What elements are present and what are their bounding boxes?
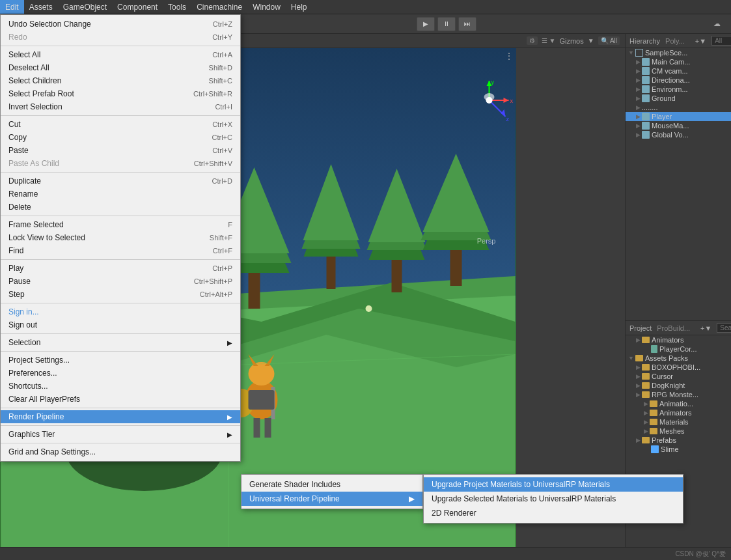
hierarchy-item[interactable]: ▶Environm... (626, 85, 731, 94)
urp-submenu: Upgrade Project Materials to UniversalRP… (423, 474, 683, 524)
menu-cinemachine[interactable]: Cinemachine (191, 0, 247, 14)
scene-options-btn[interactable]: ⋮ (504, 51, 514, 61)
gizmos-arrow: ▼ (588, 37, 594, 44)
menu-pasteaschild: Paste As Child Ctrl+Shift+V (1, 157, 240, 170)
menu-gameobject[interactable]: GameObject (58, 0, 112, 14)
hierarchy-add-btn[interactable]: +▼ (695, 37, 706, 45)
sep9 (1, 408, 240, 408)
menu-assets[interactable]: Assets (24, 0, 58, 14)
project-add-btn[interactable]: +▼ (700, 324, 711, 332)
menu-invertselection[interactable]: Invert Selection Ctrl+I (1, 100, 240, 113)
sep3 (1, 172, 240, 173)
svg-rect-45 (249, 390, 275, 410)
project-item[interactable]: ▶BOXOPHOBI... (626, 363, 731, 372)
menu-rename[interactable]: Rename (1, 188, 240, 201)
hierarchy-item[interactable]: ▶Global Vo... (626, 130, 731, 139)
hierarchy-title: Hierarchy (629, 37, 660, 45)
submenu-generateshader[interactable]: Generate Shader Includes (241, 477, 422, 492)
submenu-upgradeselected[interactable]: Upgrade Selected Materials to UniversalR… (424, 492, 683, 506)
hierarchy-panel: Hierarchy Poly... +▼ ▼SampleSce...▶Main … (625, 34, 731, 320)
project-item[interactable]: ▶Animators (626, 408, 731, 417)
menu-undo[interactable]: Undo Selection Change Ctrl+Z (1, 18, 240, 31)
project-item[interactable]: ▶RPG Monste... (626, 390, 731, 399)
menu-gridsnap[interactable]: Grid and Snap Settings... (1, 445, 240, 458)
menu-lockviewtoselected[interactable]: Lock View to Selected Shift+F (1, 231, 240, 244)
hierarchy-item[interactable]: ▶Ground (626, 94, 731, 103)
hierarchy-item[interactable]: ▶Player (626, 112, 731, 121)
menu-duplicate[interactable]: Duplicate Ctrl+D (1, 175, 240, 188)
menu-bar: Edit Assets GameObject Component Tools C… (0, 0, 731, 14)
svg-rect-44 (265, 418, 271, 438)
submenu-upgradeproject[interactable]: Upgrade Project Materials to UniversalRP… (424, 477, 683, 492)
svg-text:Persp: Persp (477, 237, 496, 245)
project-item[interactable]: ▶Prefabs (626, 436, 731, 445)
menu-selection[interactable]: Selection ▶ (1, 336, 240, 349)
menu-play[interactable]: Play Ctrl+P (1, 262, 240, 275)
play-btn[interactable]: ▶ (417, 17, 435, 31)
probuild-tab[interactable]: ProBuild... (657, 324, 690, 332)
project-item[interactable]: ▼Assets Packs (626, 354, 731, 363)
menu-component[interactable]: Component (112, 0, 163, 14)
step-btn[interactable]: ⏭ (458, 17, 476, 31)
project-item[interactable]: Slime (626, 445, 731, 454)
menu-paste[interactable]: Paste Ctrl+V (1, 144, 240, 157)
hierarchy-item[interactable]: ▼SampleSce... (626, 48, 731, 57)
sep6 (1, 303, 240, 303)
project-search[interactable] (717, 323, 731, 333)
menu-frameselected[interactable]: Frame Selected F (1, 218, 240, 231)
aspect-selector[interactable]: ☰ ▼ (542, 37, 556, 44)
menu-pause[interactable]: Pause Ctrl+Shift+P (1, 275, 240, 288)
menu-signin[interactable]: Sign in... (1, 305, 240, 318)
pause-btn[interactable]: ⏸ (437, 17, 456, 31)
project-header: Project ProBuild... +▼ (626, 321, 731, 335)
hierarchy-search[interactable] (711, 36, 731, 46)
hierarchy-header: Hierarchy Poly... +▼ (626, 34, 731, 48)
hierarchy-item[interactable]: ▶MouseMa... (626, 121, 731, 130)
render-pipeline-submenu: Generate Shader Includes Universal Rende… (241, 474, 423, 509)
project-item[interactable]: ▶Meshes (626, 427, 731, 436)
menu-preferences[interactable]: Preferences... (1, 367, 240, 380)
status-bar: CSDN @俊' Q*爱 (0, 547, 731, 560)
project-item[interactable]: PlayerCor... (626, 344, 731, 354)
project-item[interactable]: ▶Animatio... (626, 399, 731, 408)
menu-copy[interactable]: Copy Ctrl+C (1, 131, 240, 144)
menu-help[interactable]: Help (286, 0, 312, 14)
project-item[interactable]: ▶DogKnight (626, 381, 731, 390)
menu-delete[interactable]: Delete (1, 201, 240, 214)
submenu-2drenderer[interactable]: 2D Renderer (424, 506, 683, 520)
menu-deselectall[interactable]: Deselect All Shift+D (1, 61, 240, 74)
sep2 (1, 115, 240, 116)
menu-clearplayerprefs[interactable]: Clear All PlayerPrefs (1, 393, 240, 406)
menu-projectsettings[interactable]: Project Settings... (1, 354, 240, 367)
gizmos-btn[interactable]: Gizmos (559, 37, 583, 45)
project-item[interactable]: ▶Cursor (626, 372, 731, 381)
project-item[interactable]: ▶Materials (626, 417, 731, 427)
search-input-scene[interactable]: 🔍 All (598, 36, 620, 45)
menu-find[interactable]: Find Ctrl+F (1, 244, 240, 257)
menu-shortcuts[interactable]: Shortcuts... (1, 380, 240, 393)
menu-window[interactable]: Window (247, 0, 286, 14)
sep5 (1, 259, 240, 260)
submenu-urp[interactable]: Universal Render Pipeline ▶ (241, 492, 422, 506)
menu-signout[interactable]: Sign out (1, 318, 240, 331)
menu-edit[interactable]: Edit (0, 0, 24, 14)
poly-tab[interactable]: Poly... (665, 37, 685, 45)
menu-tools[interactable]: Tools (163, 0, 191, 14)
hierarchy-item[interactable]: ▶Directiona... (626, 76, 731, 85)
menu-selectprefabroot[interactable]: Select Prefab Root Ctrl+Shift+R (1, 87, 240, 100)
menu-renderpipeline[interactable]: Render Pipeline ▶ (1, 410, 240, 423)
menu-redo: Redo Ctrl+Y (1, 31, 240, 44)
svg-point-38 (249, 362, 275, 385)
project-item[interactable]: ▶Animators (626, 335, 731, 344)
hierarchy-item[interactable]: ▶........ (626, 103, 731, 112)
menu-graphicstier[interactable]: Graphics Tier ▶ (1, 428, 240, 441)
menu-cut[interactable]: Cut Ctrl+X (1, 118, 240, 131)
hierarchy-item[interactable]: ▶Main Cam... (626, 57, 731, 66)
menu-selectchildren[interactable]: Select Children Shift+C (1, 74, 240, 87)
menu-selectall[interactable]: Select All Ctrl+A (1, 48, 240, 61)
svg-point-56 (484, 93, 495, 101)
control-icon[interactable]: ⚙ (527, 36, 538, 45)
menu-step[interactable]: Step Ctrl+Alt+P (1, 288, 240, 301)
watermark: CSDN @俊' Q*爱 (675, 550, 726, 559)
hierarchy-item[interactable]: ▶CM vcam... (626, 66, 731, 76)
